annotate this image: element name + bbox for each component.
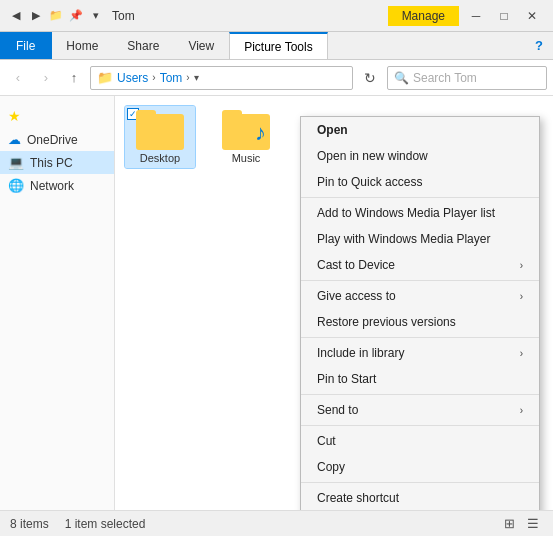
ctx-send-to[interactable]: Send to › bbox=[301, 397, 539, 423]
network-icon: 🌐 bbox=[8, 178, 24, 193]
pin-icon: 📌 bbox=[68, 8, 84, 24]
window-title: Tom bbox=[112, 9, 388, 23]
ctx-pin-start[interactable]: Pin to Start bbox=[301, 366, 539, 392]
item-count: 8 items bbox=[10, 517, 49, 531]
sidebar-item-onedrive[interactable]: ☁ OneDrive bbox=[0, 128, 114, 151]
manage-tab-highlight[interactable]: Manage bbox=[388, 6, 459, 26]
back-icon: ◀ bbox=[8, 8, 24, 24]
ctx-restore-versions[interactable]: Restore previous versions bbox=[301, 309, 539, 335]
tab-picture-tools[interactable]: Picture Tools bbox=[229, 32, 327, 59]
ctx-add-wmp[interactable]: Add to Windows Media Player list bbox=[301, 200, 539, 226]
large-icons-view-button[interactable]: ⊞ bbox=[499, 514, 519, 534]
folder-icon-music: ♪ bbox=[222, 110, 270, 150]
path-chevron-2: › bbox=[186, 72, 189, 83]
ctx-create-shortcut[interactable]: Create shortcut bbox=[301, 485, 539, 510]
ctx-add-wmp-label: Add to Windows Media Player list bbox=[317, 206, 495, 220]
sidebar-thispc-label: This PC bbox=[30, 156, 73, 170]
up-button[interactable]: ↑ bbox=[62, 66, 86, 90]
folder-icon-desktop bbox=[136, 110, 184, 150]
address-path[interactable]: 📁 Users › Tom › ▾ bbox=[90, 66, 353, 90]
back-button[interactable]: ‹ bbox=[6, 66, 30, 90]
forward-button[interactable]: › bbox=[34, 66, 58, 90]
ctx-open-label: Open bbox=[317, 123, 348, 137]
sidebar: ★ ☁ OneDrive 💻 This PC 🌐 Network bbox=[0, 96, 115, 510]
ctx-pin-start-label: Pin to Start bbox=[317, 372, 376, 386]
ctx-open[interactable]: Open bbox=[301, 117, 539, 143]
main-area: ★ ☁ OneDrive 💻 This PC 🌐 Network ✓ Deskt… bbox=[0, 96, 553, 510]
ctx-restore-label: Restore previous versions bbox=[317, 315, 456, 329]
list-view-button[interactable]: ☰ bbox=[523, 514, 543, 534]
ctx-cast-label: Cast to Device bbox=[317, 258, 395, 272]
file-item-music[interactable]: ♪ Music bbox=[211, 106, 281, 168]
ctx-sep-5 bbox=[301, 425, 539, 426]
sidebar-item-network[interactable]: 🌐 Network bbox=[0, 174, 114, 197]
ribbon-spacer bbox=[328, 32, 525, 59]
ctx-copy[interactable]: Copy bbox=[301, 454, 539, 480]
file-item-desktop[interactable]: ✓ Desktop bbox=[125, 106, 195, 168]
path-folder-icon: 📁 bbox=[97, 70, 113, 85]
ctx-pin-quick-label: Pin to Quick access bbox=[317, 175, 422, 189]
minimize-button[interactable]: ─ bbox=[463, 3, 489, 29]
tab-home[interactable]: Home bbox=[52, 32, 113, 59]
ctx-include-library-arrow: › bbox=[520, 348, 523, 359]
title-bar-icons: ◀ ▶ 📁 📌 ▾ bbox=[8, 8, 104, 24]
status-bar: 8 items 1 item selected ⊞ ☰ bbox=[0, 510, 553, 536]
cloud-icon: ☁ bbox=[8, 132, 21, 147]
ctx-cut[interactable]: Cut bbox=[301, 428, 539, 454]
ctx-give-access-arrow: › bbox=[520, 291, 523, 302]
path-tom: Tom bbox=[160, 71, 183, 85]
ctx-include-library-label: Include in library bbox=[317, 346, 404, 360]
close-button[interactable]: ✕ bbox=[519, 3, 545, 29]
ctx-open-new-label: Open in new window bbox=[317, 149, 428, 163]
address-bar: ‹ › ↑ 📁 Users › Tom › ▾ ↻ 🔍 Search Tom bbox=[0, 60, 553, 96]
path-users: Users bbox=[117, 71, 148, 85]
selected-count: 1 item selected bbox=[65, 517, 146, 531]
search-box[interactable]: 🔍 Search Tom bbox=[387, 66, 547, 90]
ctx-cut-label: Cut bbox=[317, 434, 336, 448]
ctx-give-access-label: Give access to bbox=[317, 289, 396, 303]
file-label-music: Music bbox=[215, 152, 277, 164]
file-content: ✓ Desktop ♪ Music bbox=[115, 96, 553, 510]
ctx-cast[interactable]: Cast to Device › bbox=[301, 252, 539, 278]
ctx-send-to-arrow: › bbox=[520, 405, 523, 416]
sidebar-onedrive-label: OneDrive bbox=[27, 133, 78, 147]
pc-icon: 💻 bbox=[8, 155, 24, 170]
ctx-sep-4 bbox=[301, 394, 539, 395]
folder-quick-icon: 📁 bbox=[48, 8, 64, 24]
refresh-button[interactable]: ↻ bbox=[357, 66, 383, 90]
tab-view[interactable]: View bbox=[174, 32, 229, 59]
ctx-copy-label: Copy bbox=[317, 460, 345, 474]
dropdown-icon: ▾ bbox=[88, 8, 104, 24]
path-dropdown[interactable]: ▾ bbox=[194, 72, 199, 83]
tab-share[interactable]: Share bbox=[113, 32, 174, 59]
ctx-play-wmp[interactable]: Play with Windows Media Player bbox=[301, 226, 539, 252]
window-controls: ─ □ ✕ bbox=[463, 3, 545, 29]
file-label-desktop: Desktop bbox=[129, 152, 191, 164]
search-icon: 🔍 bbox=[394, 71, 409, 85]
ctx-cast-arrow: › bbox=[520, 260, 523, 271]
maximize-button[interactable]: □ bbox=[491, 3, 517, 29]
sidebar-item-thispc[interactable]: 💻 This PC bbox=[0, 151, 114, 174]
context-menu: Open Open in new window Pin to Quick acc… bbox=[300, 116, 540, 510]
ctx-sep-6 bbox=[301, 482, 539, 483]
ctx-create-shortcut-label: Create shortcut bbox=[317, 491, 399, 505]
path-chevron-1: › bbox=[152, 72, 155, 83]
view-buttons: ⊞ ☰ bbox=[499, 514, 543, 534]
sidebar-network-label: Network bbox=[30, 179, 74, 193]
help-button[interactable]: ? bbox=[525, 32, 553, 59]
ctx-pin-quick-access[interactable]: Pin to Quick access bbox=[301, 169, 539, 195]
star-icon: ★ bbox=[8, 108, 21, 124]
ctx-sep-2 bbox=[301, 280, 539, 281]
music-note-icon: ♪ bbox=[255, 120, 266, 145]
ribbon: File Home Share View Picture Tools ? bbox=[0, 32, 553, 60]
title-bar: ◀ ▶ 📁 📌 ▾ Tom Manage ─ □ ✕ bbox=[0, 0, 553, 32]
sidebar-item-quickaccess[interactable]: ★ bbox=[0, 104, 114, 128]
tab-file[interactable]: File bbox=[0, 32, 52, 59]
ctx-open-new-window[interactable]: Open in new window bbox=[301, 143, 539, 169]
search-placeholder: Search Tom bbox=[413, 71, 477, 85]
ctx-include-library[interactable]: Include in library › bbox=[301, 340, 539, 366]
ctx-give-access[interactable]: Give access to › bbox=[301, 283, 539, 309]
ctx-sep-3 bbox=[301, 337, 539, 338]
ctx-sep-1 bbox=[301, 197, 539, 198]
ctx-send-to-label: Send to bbox=[317, 403, 358, 417]
